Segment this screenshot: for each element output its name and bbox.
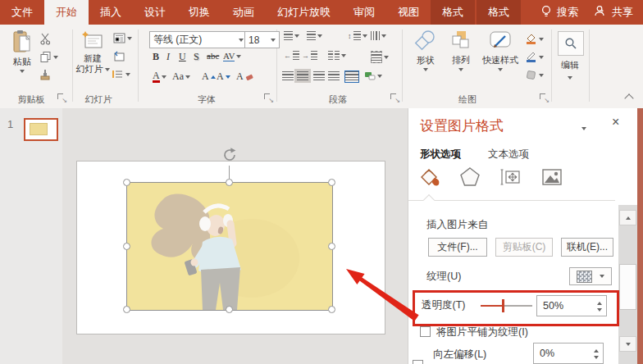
- editing-label: 编辑: [558, 59, 582, 71]
- drawing-dialog-launcher[interactable]: [540, 93, 549, 102]
- character-spacing-button[interactable]: AV: [223, 51, 241, 61]
- arrange-icon: [449, 30, 472, 55]
- font-size-value: 18: [249, 34, 259, 46]
- line-spacing-button[interactable]: ↕: [348, 31, 367, 40]
- panel-close-icon[interactable]: ×: [612, 115, 619, 130]
- offset-left-spinner[interactable]: 0%: [533, 343, 604, 364]
- convert-smartart-button[interactable]: [364, 71, 382, 81]
- spin-up-icon[interactable]: [594, 346, 599, 353]
- font-color-button[interactable]: A: [153, 71, 166, 83]
- text-direction-button[interactable]: [371, 31, 386, 40]
- copy-icon: [39, 51, 52, 63]
- tab-file[interactable]: 文件: [0, 0, 44, 25]
- layout-button[interactable]: [113, 33, 132, 43]
- shapes-button[interactable]: 形状: [410, 30, 441, 74]
- resize-handle-nw[interactable]: [123, 179, 130, 186]
- distribute-button[interactable]: [344, 71, 359, 83]
- cut-button[interactable]: [39, 33, 52, 45]
- resize-handle-n[interactable]: [226, 179, 233, 186]
- arrange-button[interactable]: 排列: [446, 30, 476, 74]
- rotate-handle[interactable]: [221, 146, 239, 166]
- texture-dropdown[interactable]: [569, 267, 612, 285]
- justify-button[interactable]: [328, 71, 340, 80]
- collapse-ribbon-icon[interactable]: [624, 93, 633, 102]
- resize-handle-w[interactable]: [123, 243, 130, 250]
- grow-font-button[interactable]: A: [202, 71, 216, 83]
- bold-button[interactable]: B: [153, 51, 159, 63]
- tab-animations[interactable]: 动画: [221, 0, 266, 25]
- panel-options-chevron[interactable]: [581, 127, 586, 133]
- bullets-button[interactable]: [284, 31, 299, 40]
- tab-format-drawing[interactable]: 格式: [431, 0, 475, 25]
- size-properties-tab[interactable]: [497, 162, 525, 192]
- italic-button[interactable]: I: [166, 51, 170, 63]
- tab-design[interactable]: 设计: [133, 0, 177, 25]
- change-case-button[interactable]: Aa: [172, 71, 190, 83]
- paragraph-dialog-launcher[interactable]: [390, 93, 399, 102]
- scroll-up-button[interactable]: [619, 210, 636, 225]
- increase-indent-button[interactable]: →: [302, 51, 317, 60]
- font-dialog-launcher[interactable]: [264, 93, 273, 102]
- effects-tab[interactable]: [456, 162, 484, 192]
- quick-styles-button[interactable]: 快速样式: [479, 30, 522, 74]
- section-notch: [423, 194, 435, 206]
- insert-file-button[interactable]: 文件(F)...: [428, 238, 487, 257]
- layout-icon: [113, 33, 125, 43]
- scrollbar-thumb[interactable]: [619, 264, 636, 310]
- resize-handle-s[interactable]: [226, 306, 233, 313]
- paste-button[interactable]: 粘贴: [7, 30, 38, 75]
- columns-button[interactable]: [328, 51, 346, 60]
- text-shadow-button[interactable]: S: [194, 51, 199, 63]
- slide-thumbnail[interactable]: [24, 118, 58, 141]
- editing-button[interactable]: [558, 31, 584, 56]
- size-properties-icon: [499, 165, 523, 189]
- shape-effects-icon: [525, 69, 537, 81]
- fill-line-tab[interactable]: [415, 162, 443, 192]
- copy-button[interactable]: [39, 51, 58, 63]
- shape-effects-button[interactable]: [525, 69, 544, 81]
- font-size-combo[interactable]: 18: [244, 31, 280, 48]
- clear-formatting-button[interactable]: A: [236, 71, 253, 83]
- shrink-font-button[interactable]: A: [217, 71, 230, 83]
- panel-tab-shape-options[interactable]: 形状选项: [420, 148, 461, 162]
- numbering-button[interactable]: [307, 31, 322, 40]
- share-button[interactable]: 共享: [594, 0, 633, 25]
- align-left-button[interactable]: [282, 71, 294, 80]
- underline-button[interactable]: U: [179, 51, 186, 63]
- tellme-search[interactable]: 搜索: [529, 0, 590, 25]
- picture[interactable]: [127, 183, 332, 310]
- panel-scrollbar[interactable]: [618, 205, 638, 364]
- smartart-icon: [364, 71, 376, 81]
- paragraph-group-label: 段落: [315, 93, 361, 106]
- strikethrough-button[interactable]: abc: [207, 51, 219, 61]
- format-painter-button[interactable]: [39, 69, 52, 81]
- picture-tab[interactable]: [538, 162, 566, 192]
- align-center-button[interactable]: [297, 71, 308, 80]
- editing-dropdown-arrow: [568, 76, 572, 82]
- shape-outline-button[interactable]: [525, 51, 544, 63]
- tab-home[interactable]: 开始: [44, 0, 89, 25]
- panel-tab-text-options[interactable]: 文本选项: [488, 148, 529, 162]
- tab-format-picture[interactable]: 格式: [477, 0, 521, 25]
- annotation-arrow: [335, 261, 426, 328]
- clipboard-dialog-launcher[interactable]: [57, 93, 66, 102]
- resize-handle-e[interactable]: [328, 243, 335, 250]
- tab-transitions[interactable]: 切换: [177, 0, 221, 25]
- align-text-button[interactable]: [371, 51, 389, 63]
- insert-online-button[interactable]: 联机(E)...: [561, 238, 613, 257]
- tab-view[interactable]: 视图: [386, 0, 431, 25]
- font-name-combo[interactable]: 等线 (正文): [149, 31, 248, 48]
- scroll-down-button[interactable]: [619, 336, 636, 352]
- shape-fill-button[interactable]: [525, 33, 544, 45]
- align-right-button[interactable]: [313, 71, 325, 80]
- new-slide-button[interactable]: 新建 幻灯片: [75, 30, 110, 75]
- spin-down-icon[interactable]: [594, 356, 599, 362]
- decrease-indent-button[interactable]: ←: [284, 51, 299, 60]
- tab-review[interactable]: 审阅: [342, 0, 386, 25]
- tab-slideshow[interactable]: 幻灯片放映: [266, 0, 342, 25]
- reset-slide-button[interactable]: [113, 51, 125, 61]
- tab-insert[interactable]: 插入: [89, 0, 133, 25]
- resize-handle-ne[interactable]: [328, 179, 335, 186]
- section-button[interactable]: [112, 69, 130, 80]
- resize-handle-sw[interactable]: [123, 306, 130, 313]
